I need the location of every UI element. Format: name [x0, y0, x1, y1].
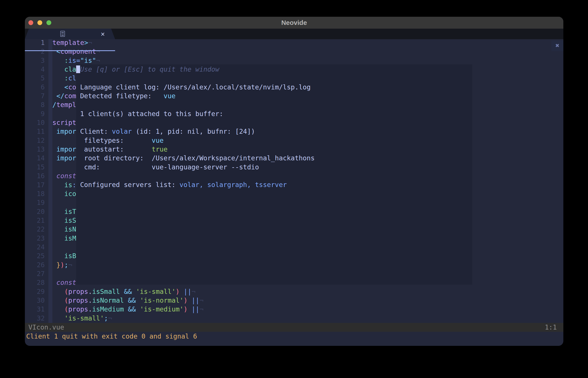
token-blue: volar, solargraph, tsserver — [179, 181, 287, 189]
line-number: 26 — [25, 261, 45, 270]
line-number: 32 — [25, 314, 45, 323]
line-number: 20 — [25, 207, 45, 216]
token-b: < — [64, 83, 68, 91]
token-org: } — [56, 261, 60, 269]
code-text: <component¬ — [45, 47, 100, 56]
token-teal: isT — [64, 208, 76, 216]
token-tag: script — [52, 119, 76, 126]
token-red: ) — [176, 288, 179, 295]
token-teal: isNormal — [92, 297, 124, 304]
line-number: 12 — [25, 136, 45, 145]
code-text: (props.isNormal && 'is-normal') ||¬ — [45, 296, 203, 305]
token-teal: isN — [64, 225, 76, 233]
cursor-block — [76, 66, 80, 73]
token-hint: Use [q] or [Esc] to quit the window — [80, 66, 219, 73]
token-teal: cla — [64, 66, 76, 73]
line-number: 17 — [25, 181, 45, 189]
line-number: 18 — [25, 189, 45, 198]
token-cyan: && — [128, 305, 136, 313]
token-eol: ¬ — [192, 288, 195, 295]
statusline-position: 1:1 — [545, 323, 557, 332]
token-fg: . — [88, 297, 92, 304]
token-blue: cl — [68, 74, 76, 82]
line-number: 15 — [25, 163, 45, 172]
token-fg — [132, 288, 136, 295]
code-text: (props.isMedium && 'is-medium') ||¬ — [45, 305, 203, 314]
token-fg: (id: 1, pid: nil, bufnr: [24]) — [132, 128, 255, 135]
token-fg — [136, 297, 140, 304]
token-str: 'is-normal' — [140, 297, 183, 304]
line-number: 2 — [25, 47, 45, 56]
tab-close-icon[interactable]: ✕ — [98, 29, 107, 39]
token-blue: || — [192, 297, 199, 304]
token-tag: template — [52, 39, 84, 46]
token-teal: isMedium — [92, 305, 124, 313]
code-line[interactable]: 30 (props.isNormal && 'is-normal') ||¬ — [25, 296, 563, 305]
line-number: 19 — [25, 198, 45, 207]
code-line[interactable]: 3 :is="is"¬ — [25, 56, 563, 65]
message-line: Client 1 quit with exit code 0 and signa… — [26, 332, 197, 341]
statusline-filename: VIcon.vue — [28, 323, 64, 332]
token-teal: isS — [64, 216, 76, 224]
token-fg: filetypes: — [76, 136, 152, 144]
code-line[interactable]: 32 'is-small';¬ — [25, 314, 563, 323]
line-number: 11 — [25, 127, 45, 136]
titlebar: Neovide — [25, 17, 563, 29]
token-fg: cmd: vue-language-server --stdio — [76, 163, 259, 171]
token-teal: isM — [64, 234, 76, 242]
token-b: < — [56, 48, 60, 55]
token-blue: || — [192, 305, 199, 313]
token-fg: Client: — [76, 128, 112, 135]
token-red: ( — [64, 297, 68, 304]
token-cyan: ; — [104, 314, 108, 322]
code-line[interactable]: 2 <component¬ — [25, 47, 563, 56]
float-row: Configured servers list: volar, solargra… — [76, 180, 472, 189]
code-line[interactable]: 31 (props.isMedium && 'is-medium') ||¬ — [25, 305, 563, 314]
lsp-info-float[interactable]: Use [q] or [Esc] to quit the window Lang… — [76, 64, 472, 284]
token-fg: autostart: — [76, 145, 152, 153]
token-red: ) — [183, 305, 188, 313]
token-tag: component — [60, 48, 96, 55]
code-text: 'is-small';¬ — [45, 314, 112, 323]
token-tag: props — [68, 297, 88, 304]
token-fg: root directory: /Users/alex/Workspace/in… — [76, 154, 315, 162]
float-row: Detected filetype: vue — [76, 92, 472, 100]
line-number: 30 — [25, 296, 45, 305]
token-fg: Configured servers list: — [76, 181, 179, 189]
token-fg — [188, 297, 192, 304]
cursor-column-highlight — [48, 38, 52, 323]
token-teal: isB — [64, 252, 76, 260]
code-line[interactable]: 29 (props.isSmall && 'is-small') ||¬ — [25, 287, 563, 296]
float-row: filetypes: vue — [76, 136, 472, 145]
tab-underline — [25, 50, 115, 51]
token-teal: ico — [64, 190, 76, 198]
token-cyan: impor — [56, 154, 76, 162]
token-eol: ¬ — [68, 261, 72, 269]
statusline: VIcon.vue 1:1 — [25, 323, 563, 332]
token-b: </ — [56, 92, 64, 100]
float-row: cmd: vue-language-server --stdio — [76, 163, 472, 172]
token-blue: : — [72, 181, 76, 189]
token-cyan: vue — [164, 92, 175, 100]
float-row — [76, 118, 472, 127]
window-title: Neovide — [25, 17, 563, 29]
token-eol: ¬ — [108, 314, 112, 322]
token-teal: : — [64, 57, 68, 64]
token-tag: templ — [56, 101, 76, 108]
line-number: 6 — [25, 83, 45, 92]
token-fg — [120, 288, 124, 295]
token-tag: props — [68, 288, 88, 295]
token-cyan: vue — [152, 136, 164, 144]
line-number: 8 — [25, 100, 45, 109]
code-text: :is="is"¬ — [45, 56, 100, 65]
token-eol: ¬ — [199, 297, 203, 304]
token-eol: ¬ — [199, 305, 203, 313]
token-cyan: "is" — [80, 57, 96, 64]
token-str: 'is-medium' — [140, 305, 183, 313]
code-line[interactable]: 1<template>¬ — [25, 38, 563, 47]
token-red: ( — [64, 288, 68, 295]
line-number: 27 — [25, 270, 45, 278]
token-red: ) — [183, 297, 188, 304]
line-number: 28 — [25, 278, 45, 287]
window-close-icon[interactable]: ✖ — [551, 40, 563, 51]
